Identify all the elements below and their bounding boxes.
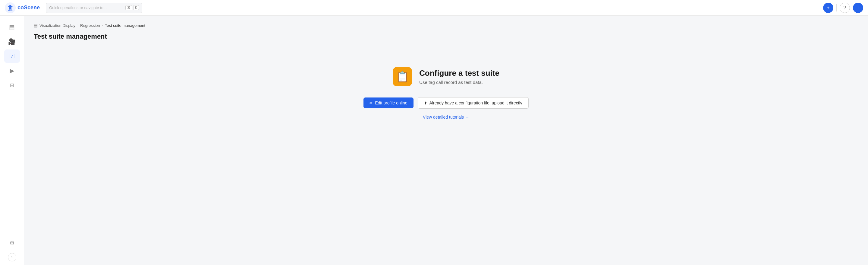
sidebar-item-settings[interactable]: ⚙ (4, 236, 20, 249)
logo[interactable]: coScene (5, 2, 40, 13)
search-bar[interactable]: Quick operations or navigate to... ⌘ K (46, 3, 142, 13)
edit-profile-label: Edit profile online (375, 101, 407, 105)
breadcrumb-item-visualization[interactable]: Visualization Display (39, 23, 75, 28)
keyboard-shortcut-group: ⌘ K (125, 5, 139, 10)
settings-icon: ⚙ (9, 239, 15, 246)
kbd-cmd: ⌘ (125, 5, 132, 10)
sidebar-item-playback[interactable]: ▶ (4, 64, 20, 77)
breadcrumb-item-current: Test suite management (105, 23, 145, 28)
card-text: Configure a test suite Use tag call reco… (419, 69, 499, 85)
topnav-actions: + ? i (823, 3, 863, 13)
datasets-icon: ⊟ (10, 82, 14, 88)
help-button[interactable]: ? (840, 3, 850, 13)
upload-icon: ⬆ (424, 101, 427, 105)
sidebar-item-tasks[interactable]: ☑ (4, 50, 20, 63)
tasks-icon: ☑ (9, 53, 15, 60)
breadcrumb-sep-2: › (102, 23, 103, 27)
sidebar-item-datasets[interactable]: ⊟ (4, 78, 20, 92)
card-icon: 📋 (393, 67, 412, 86)
add-button[interactable]: + (823, 3, 833, 13)
sidebar-collapse-button[interactable]: › (8, 253, 16, 261)
top-navigation: coScene Quick operations or navigate to.… (0, 0, 868, 16)
main-layout: ▤ 🎥 ☑ ▶ ⊟ ⚙ › ▤ Visualization Display › … (0, 16, 868, 265)
kbd-k: K (133, 5, 139, 10)
card-actions: ✏ Edit profile online ⬆ Already have a c… (364, 97, 529, 109)
main-content: ▤ Visualization Display › Regression › T… (24, 16, 868, 265)
sidebar: ▤ 🎥 ☑ ▶ ⊟ ⚙ › (0, 16, 24, 265)
page-title: Test suite management (34, 33, 858, 41)
sidebar-item-video[interactable]: 🎥 (4, 35, 20, 48)
card-title: Configure a test suite (419, 69, 499, 78)
playback-icon: ▶ (10, 67, 14, 74)
avatar-button[interactable]: i (853, 3, 863, 13)
edit-icon: ✏ (370, 101, 373, 105)
breadcrumb-sep-1: › (77, 23, 79, 27)
breadcrumb-folder-icon: ▤ (34, 23, 38, 28)
card-subtitle: Use tag call record as test data. (419, 80, 499, 85)
files-icon: ▤ (9, 24, 15, 31)
configure-card: 📋 Configure a test suite Use tag call re… (34, 55, 858, 138)
upload-label: Already have a configuration file, uploa… (430, 101, 522, 105)
tutorials-link[interactable]: View detailed tutorials → (423, 115, 469, 120)
tutorials-label: View detailed tutorials → (423, 115, 469, 120)
video-icon: 🎥 (8, 38, 16, 45)
breadcrumb: ▤ Visualization Display › Regression › T… (34, 23, 858, 28)
card-header: 📋 Configure a test suite Use tag call re… (393, 67, 499, 86)
upload-config-button[interactable]: ⬆ Already have a configuration file, upl… (418, 97, 529, 109)
clipboard-icon: 📋 (396, 71, 409, 83)
breadcrumb-item-regression[interactable]: Regression (80, 23, 100, 28)
chevron-right-icon: › (11, 255, 13, 259)
sidebar-item-files[interactable]: ▤ (4, 21, 20, 34)
edit-profile-button[interactable]: ✏ Edit profile online (364, 98, 413, 108)
search-placeholder: Quick operations or navigate to... (49, 5, 123, 10)
nav-divider (836, 4, 837, 11)
logo-text: coScene (18, 4, 40, 11)
